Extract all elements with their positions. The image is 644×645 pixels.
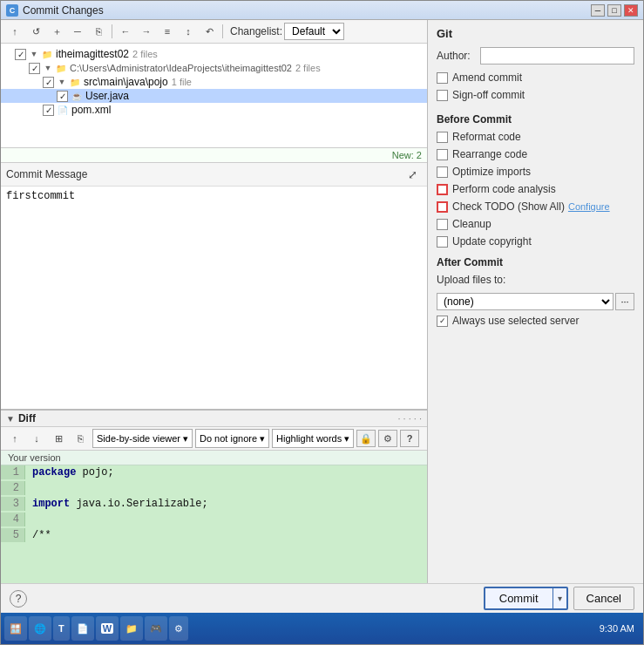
diff-toolbar: ↑ ↓ ⊞ ⎘ Side-by-side viewer ▾ Do not ign… bbox=[1, 427, 427, 451]
ignore-label: Do not ignore bbox=[200, 433, 257, 444]
expander-root[interactable]: ▼ bbox=[29, 49, 39, 59]
reformat-row: Reformat code bbox=[437, 131, 634, 143]
always-use-checkbox[interactable] bbox=[437, 316, 448, 327]
optimize-checkbox[interactable] bbox=[437, 166, 448, 178]
upload-dots-button[interactable]: ··· bbox=[615, 293, 634, 310]
text-icon: T bbox=[58, 623, 64, 634]
taskbar-doc[interactable]: 📄 bbox=[71, 616, 94, 641]
viewer-chevron-icon: ▾ bbox=[183, 433, 188, 445]
taskbar-word[interactable]: W bbox=[96, 616, 119, 641]
cleanup-checkbox[interactable] bbox=[437, 219, 448, 230]
taskbar-folder[interactable]: 📁 bbox=[120, 616, 143, 641]
rearrange-label: Rearrange code bbox=[452, 148, 527, 160]
reformat-checkbox[interactable] bbox=[437, 132, 448, 143]
line-code-3: import java.io.Serializable; bbox=[25, 497, 208, 511]
optimize-label: Optimize imports bbox=[452, 166, 531, 178]
check-todo-label: Check TODO (Show All) bbox=[452, 200, 565, 213]
taskbar-browser[interactable]: 🌐 bbox=[29, 616, 51, 641]
author-label: Author: bbox=[437, 50, 480, 62]
check-todo-row: Check TODO (Show All) Configure bbox=[437, 200, 634, 213]
tree-item-path[interactable]: ▼ 📁 C:\Users\Administrator\IdeaProjects\… bbox=[1, 61, 427, 75]
diff-prev-btn[interactable]: ↑ bbox=[5, 430, 24, 447]
commit-message-textarea[interactable]: firstcommit bbox=[1, 187, 427, 409]
toolbar-btn-add[interactable]: ＋ bbox=[47, 23, 66, 40]
always-use-row: Always use selected server bbox=[437, 315, 634, 327]
cleanup-row: Cleanup bbox=[437, 218, 634, 230]
diff-lock-btn[interactable]: 🔒 bbox=[356, 430, 376, 447]
toolbar-btn-undo[interactable]: ↶ bbox=[200, 23, 219, 40]
amend-checkbox[interactable] bbox=[437, 72, 448, 84]
code-line-1: 1 package pojo; bbox=[1, 465, 427, 481]
close-button[interactable]: ✕ bbox=[624, 4, 638, 17]
rearrange-row: Rearrange code bbox=[437, 148, 634, 160]
code-analysis-checkbox[interactable] bbox=[437, 184, 448, 195]
signoff-checkbox[interactable] bbox=[437, 90, 448, 101]
toolbar-btn-back[interactable]: ← bbox=[116, 23, 135, 40]
amend-row: Amend commit bbox=[437, 71, 634, 84]
diff-next-btn[interactable]: ↓ bbox=[27, 430, 46, 447]
cancel-button[interactable]: Cancel bbox=[573, 587, 634, 610]
author-input[interactable] bbox=[480, 47, 634, 64]
taskbar-settings[interactable]: ⚙ bbox=[169, 616, 188, 641]
help-button[interactable]: ? bbox=[10, 590, 27, 608]
copyright-checkbox[interactable] bbox=[437, 236, 448, 248]
folder-icon-root: 📁 bbox=[41, 48, 53, 60]
diff-title: Diff bbox=[18, 412, 36, 424]
taskbar-text[interactable]: T bbox=[53, 616, 70, 641]
diff-copy-btn[interactable]: ⎘ bbox=[71, 430, 90, 447]
line-code-1: package pojo; bbox=[25, 465, 114, 479]
expander-pojo[interactable]: ▼ bbox=[57, 77, 67, 87]
window-controls: ─ □ ✕ bbox=[591, 4, 638, 17]
changelist-label: Changelist: bbox=[230, 25, 282, 37]
checkbox-pojo[interactable] bbox=[43, 77, 54, 88]
browser-icon: 🌐 bbox=[34, 623, 46, 635]
toolbar-btn-list[interactable]: ≡ bbox=[158, 23, 177, 40]
tree-name-pom-xml: pom.xml bbox=[71, 104, 111, 116]
left-panel: ↑ ↺ ＋ ─ ⎘ ← → ≡ ↕ ↶ Changelist: Default bbox=[1, 20, 428, 583]
toolbar-btn-remove[interactable]: ─ bbox=[68, 23, 87, 40]
commit-button[interactable]: Commit bbox=[485, 588, 553, 608]
viewer-dropdown[interactable]: Side-by-side viewer ▾ bbox=[92, 429, 193, 448]
tree-item-user-java[interactable]: ☕ User.java bbox=[1, 89, 427, 103]
java-icon-user: ☕ bbox=[71, 90, 83, 102]
maximize-button[interactable]: □ bbox=[607, 4, 621, 17]
git-title: Git bbox=[437, 27, 634, 40]
diff-expander-icon[interactable]: ▼ bbox=[6, 414, 15, 424]
after-commit-title: After Commit bbox=[437, 256, 634, 268]
main-content: ↑ ↺ ＋ ─ ⎘ ← → ≡ ↕ ↶ Changelist: Default bbox=[1, 20, 643, 583]
toolbar-btn-sort[interactable]: ↕ bbox=[179, 23, 198, 40]
toolbar-btn-copy[interactable]: ⎘ bbox=[89, 23, 108, 40]
diff-frame-btn[interactable]: ⊞ bbox=[49, 430, 68, 447]
toolbar-btn-up[interactable]: ↑ bbox=[5, 23, 24, 40]
checkbox-user-java[interactable] bbox=[57, 91, 68, 102]
minimize-button[interactable]: ─ bbox=[591, 4, 605, 17]
ignore-dropdown[interactable]: Do not ignore ▾ bbox=[195, 429, 269, 448]
taskbar-start[interactable]: 🪟 bbox=[4, 616, 27, 641]
reformat-label: Reformat code bbox=[452, 131, 521, 143]
checkbox-root[interactable] bbox=[15, 49, 26, 60]
toolbar-btn-refresh[interactable]: ↺ bbox=[26, 23, 45, 40]
right-panel: Git Author: Amend commit Sign-off commit… bbox=[428, 20, 643, 583]
commit-dropdown-arrow[interactable]: ▾ bbox=[553, 588, 566, 608]
main-toolbar: ↑ ↺ ＋ ─ ⎘ ← → ≡ ↕ ↶ Changelist: Default bbox=[1, 20, 427, 44]
expander-path[interactable]: ▼ bbox=[43, 63, 53, 73]
highlight-dropdown[interactable]: Highlight words ▾ bbox=[272, 429, 354, 448]
checkbox-pom-xml[interactable] bbox=[43, 105, 54, 116]
check-todo-checkbox[interactable] bbox=[437, 201, 448, 213]
diff-help-btn[interactable]: ? bbox=[400, 430, 419, 447]
tree-item-root[interactable]: ▼ 📁 itheimagittest02 2 files bbox=[1, 47, 427, 61]
changelist-select[interactable]: Default bbox=[284, 23, 344, 40]
main-window: C Commit Changes ─ □ ✕ ↑ ↺ ＋ ─ ⎘ ← → ≡ ↕… bbox=[0, 0, 644, 645]
upload-select-row: (none) ··· bbox=[437, 293, 634, 310]
toolbar-btn-fwd[interactable]: → bbox=[137, 23, 156, 40]
commit-msg-expand-btn[interactable]: ⤢ bbox=[403, 166, 422, 183]
configure-link[interactable]: Configure bbox=[568, 201, 610, 212]
rearrange-checkbox[interactable] bbox=[437, 149, 448, 160]
checkbox-path[interactable] bbox=[29, 63, 40, 74]
toolbar-sep-1 bbox=[112, 24, 112, 38]
upload-select[interactable]: (none) bbox=[437, 293, 613, 310]
tree-item-pom-xml[interactable]: 📄 pom.xml bbox=[1, 103, 427, 117]
tree-item-pojo[interactable]: ▼ 📁 src\main\java\pojo 1 file bbox=[1, 75, 427, 89]
diff-settings-btn[interactable]: ⚙ bbox=[378, 430, 397, 447]
taskbar-game[interactable]: 🎮 bbox=[145, 616, 167, 641]
